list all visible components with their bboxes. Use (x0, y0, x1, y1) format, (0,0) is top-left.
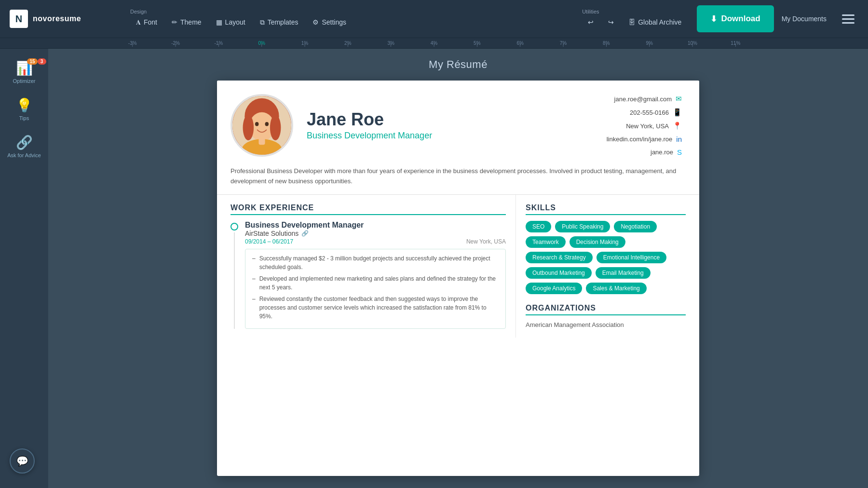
layout-nav-item[interactable]: ▦ Layout (210, 15, 251, 29)
skills-title: SKILLS (526, 203, 686, 215)
resume-right-col: SKILLS SEO Public Speaking Negotiation T… (516, 195, 699, 338)
ruler-mark: 9% (628, 41, 671, 46)
work-bullet: Developed and implemented new marketing … (252, 274, 499, 292)
skill-tag: Sales & Marketing (586, 283, 646, 294)
optimizer-badges: 📊 15 3 (16, 60, 33, 76)
skill-tag: Outbound Marketing (526, 267, 592, 279)
work-location: New York, USA (466, 238, 506, 245)
resume-body: WORK EXPERIENCE Business Development Man… (217, 195, 699, 338)
linkedin-value: linkedin.com/in/jane.roe (607, 136, 673, 143)
date-range: 09/2014 – 06/2017 (245, 238, 293, 245)
ruler-mark: -2% (154, 41, 197, 46)
ruler-mark: 7% (542, 41, 584, 46)
contact-email-row: jane.roe@gmail.com ✉ (614, 95, 682, 103)
theme-label: Theme (180, 18, 202, 26)
layout-label: Layout (225, 18, 245, 26)
advice-label: Ask for Advice (7, 152, 41, 158)
ruler-mark: 4% (412, 41, 455, 46)
resume-left-col: WORK EXPERIENCE Business Development Man… (217, 195, 516, 338)
settings-icon: ⚙ (312, 18, 319, 26)
phone-icon: 📱 (673, 108, 682, 117)
main-content: My Résumé 🗺 (48, 49, 868, 488)
redo-icon: ↪ (608, 18, 614, 26)
ruler-mark: 11% (714, 41, 757, 46)
font-icon: 𝐀 (136, 18, 141, 27)
work-bullet: Reviewed constantly the customer feedbac… (252, 295, 499, 321)
skills-grid: SEO Public Speaking Negotiation Teamwork… (526, 221, 686, 294)
work-experience-title: WORK EXPERIENCE (231, 203, 506, 215)
templates-nav-item[interactable]: ⧉ Templates (254, 15, 304, 29)
skill-tag: Decision Making (570, 236, 625, 248)
my-documents-link[interactable]: My Documents (774, 12, 834, 26)
utilities-items: ↩ ↪ 🗄 Global Archive (582, 15, 687, 29)
ruler-mark: 6% (499, 41, 542, 46)
work-details: Business Development Manager AirState So… (245, 221, 506, 329)
svg-point-5 (255, 122, 259, 126)
skill-tag: SEO (526, 221, 551, 232)
contact-phone-row: 202-555-0166 📱 (630, 108, 682, 117)
tips-icon: 💡 (16, 97, 33, 113)
ruler-mark: -1% (197, 41, 240, 46)
company-link-icon[interactable]: 🔗 (301, 230, 309, 237)
contact-location-row: New York, USA 📍 (626, 122, 682, 130)
optimizer-label: Optimizer (13, 78, 35, 84)
layout-icon: ▦ (216, 18, 222, 26)
global-archive-label: Global Archive (638, 18, 681, 26)
skill-tag: Negotiation (614, 221, 657, 232)
ruler-mark: -3% (111, 41, 154, 46)
phone-value: 202-555-0166 (630, 109, 669, 116)
skill-tag: Email Marketing (596, 267, 651, 279)
hamburger-line-2 (842, 18, 854, 20)
font-nav-item[interactable]: 𝐀 Font (130, 15, 163, 29)
organizations-section: ORGANIZATIONS American Management Associ… (526, 304, 686, 328)
ruler: -3% -2% -1% 0% 1% 2% 3% 4% 5% 6% 7% 8% 9… (0, 38, 868, 49)
organizations-title: ORGANIZATIONS (526, 304, 686, 315)
templates-icon: ⧉ (260, 18, 265, 27)
skype-value: jane.roe (651, 149, 673, 156)
chat-button[interactable]: 💬 (10, 448, 35, 474)
ruler-mark: 8% (585, 41, 628, 46)
download-button[interactable]: ⬇ Download (697, 5, 773, 32)
svg-rect-8 (258, 137, 265, 145)
timeline-line (234, 232, 235, 329)
templates-label: Templates (268, 18, 298, 26)
ruler-inner: -3% -2% -1% 0% 1% 2% 3% 4% 5% 6% 7% 8% 9… (111, 41, 757, 46)
archive-icon: 🗄 (628, 18, 635, 26)
svg-point-4 (270, 115, 281, 140)
svg-point-3 (243, 115, 254, 140)
font-label: Font (144, 18, 157, 26)
work-dates: 09/2014 – 06/2017 New York, USA (245, 238, 506, 245)
name-area: Jane Roe Business Development Manager (307, 110, 432, 141)
utilities-group: Utilities ↩ ↪ 🗄 Global Archive (582, 9, 687, 29)
theme-nav-item[interactable]: ✏ Theme (166, 15, 207, 29)
summary-text: Professional Business Developer with mor… (231, 167, 676, 185)
location-value: New York, USA (626, 122, 669, 130)
sidebar-item-advice[interactable]: 🔗 Ask for Advice (0, 128, 48, 165)
email-value: jane.roe@gmail.com (614, 95, 672, 103)
resume-paper: 🗺 (217, 81, 699, 476)
logo-box: N (10, 10, 28, 28)
resume-summary: Professional Business Developer with mor… (217, 157, 699, 195)
hamburger-menu[interactable] (838, 11, 858, 27)
top-navigation: N novoresume Design 𝐀 Font ✏ Theme ▦ Lay… (0, 0, 868, 38)
contact-skype-row: jane.roe S (651, 148, 682, 156)
skill-tag: Emotional Intelligence (597, 252, 666, 263)
work-bullet: Successfully managed $2 - 3 million budg… (252, 254, 499, 271)
tips-label: Tips (19, 115, 29, 121)
logo-area: N novoresume (10, 10, 116, 28)
badge-15: 15 (27, 58, 37, 65)
global-archive-button[interactable]: 🗄 Global Archive (623, 15, 687, 29)
ruler-mark: 2% (326, 41, 369, 46)
sidebar-item-optimizer[interactable]: 📊 15 3 Optimizer (0, 54, 48, 91)
sidebar-item-tips[interactable]: 💡 Tips (0, 91, 48, 128)
design-items: 𝐀 Font ✏ Theme ▦ Layout ⧉ Templates ⚙ Se… (130, 15, 352, 29)
undo-button[interactable]: ↩ (582, 15, 599, 29)
settings-nav-item[interactable]: ⚙ Settings (307, 15, 352, 29)
theme-icon: ✏ (172, 18, 177, 26)
skill-tag: Public Speaking (555, 221, 610, 232)
work-job-title: Business Development Manager (245, 221, 506, 230)
redo-button[interactable]: ↪ (602, 15, 620, 29)
advice-icon: 🔗 (16, 135, 33, 150)
download-icon: ⬇ (710, 14, 717, 24)
email-icon: ✉ (676, 95, 682, 103)
